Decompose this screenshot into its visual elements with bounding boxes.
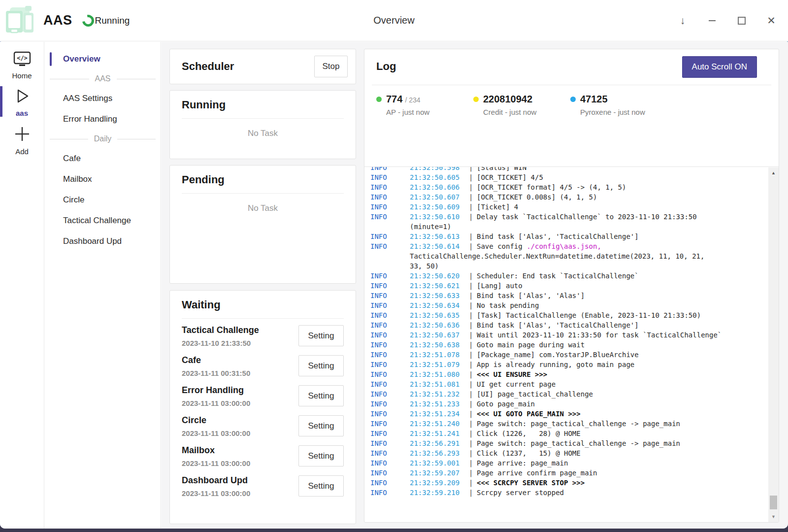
nav-item-overview[interactable]: Overview <box>45 49 161 69</box>
log-timestamp: 21:32:51.234 <box>410 409 469 419</box>
maximize-icon[interactable] <box>735 14 749 28</box>
log-entry: INFO21:32:50.606|[OCR_TICKET format] 4/5… <box>370 182 763 192</box>
nav-item-label: Overview <box>63 54 100 64</box>
waiting-task-name: Error Handling <box>182 385 250 396</box>
log-msg-segment: Page arrive: page_main <box>477 459 568 467</box>
dashboard-stats: 774/ 234AP - just now220810942Credit - j… <box>364 85 779 116</box>
stop-button[interactable]: Stop <box>314 56 348 77</box>
log-message: [OCR_TICKET] 4/5 <box>477 173 543 181</box>
main-area: Scheduler Stop Running No Task Pending N… <box>162 42 788 529</box>
app-window: AAS Running Overview ↓ ✕ </> Home <box>0 0 788 529</box>
log-entry: INFO21:32:50.613|Bind task ['Alas', 'Tac… <box>370 232 763 241</box>
running-title: Running <box>182 99 344 111</box>
divider <box>182 318 344 319</box>
nav-item-circle[interactable]: Circle <box>45 190 161 210</box>
pending-empty-text: No Task <box>182 203 344 213</box>
nav-sidebar: OverviewAASAAS SettingsError HandlingDai… <box>45 42 161 529</box>
stat-label: AP - just now <box>386 108 429 116</box>
log-entry: INFO21:32:56.291|Page switch: page_tacti… <box>370 438 763 448</box>
log-separator: | <box>469 340 477 350</box>
waiting-task-row: Circle2023-11-11 03:00:00Setting <box>182 415 344 439</box>
log-level: INFO <box>370 192 410 202</box>
log-entry: INFO21:32:50.633|Bind task ['Alas', 'Ala… <box>370 291 763 300</box>
log-message: Page switch: page_tactical_challenge -> … <box>477 439 680 447</box>
nav-item-label: Mailbox <box>63 174 92 184</box>
log-level: INFO <box>370 212 410 222</box>
log-separator: | <box>469 478 477 488</box>
log-msg-segment: Goto page_main <box>477 400 535 408</box>
log-message: <<< UI ENSURE >>> <box>477 370 547 378</box>
rail-item-home[interactable]: </> Home <box>0 48 44 84</box>
scrollbar-thumb[interactable] <box>770 496 777 509</box>
log-msg-segment: [OCR_TICKET format] 4/5 -> (4, 1, 5) <box>477 183 626 191</box>
log-timestamp: 21:32:51.241 <box>410 429 469 438</box>
log-timestamp: 21:32:59.210 <box>410 488 469 498</box>
log-entry: INFO21:32:59.207|Page arrive confirm pag… <box>370 468 763 478</box>
auto-scroll-toggle-button[interactable]: Auto Scroll ON <box>682 56 757 78</box>
log-message: [Lang] auto <box>477 282 523 290</box>
task-setting-button[interactable]: Setting <box>298 475 344 497</box>
waiting-task-name: Circle <box>182 415 250 426</box>
log-message: [Status] WIN <box>477 166 526 171</box>
window-controls: ↓ ✕ <box>676 0 778 41</box>
minimize-to-tray-icon[interactable]: ↓ <box>676 14 690 28</box>
log-level: INFO <box>370 458 410 468</box>
log-separator: | <box>469 212 477 222</box>
task-setting-button[interactable]: Setting <box>298 355 344 376</box>
pending-card: Pending No Task <box>169 165 356 284</box>
nav-item-dashboard-upd[interactable]: Dashboard Upd <box>45 231 161 252</box>
log-entry: INFO21:32:50.621|[Lang] auto <box>370 281 763 291</box>
divider <box>182 118 344 119</box>
log-msg-segment: <<< SCRCPY SERVER STOP >>> <box>477 479 585 487</box>
nav-section-label: AAS <box>95 74 111 83</box>
nav-item-cafe[interactable]: Cafe <box>45 148 161 169</box>
divider-line <box>50 139 88 139</box>
dashboard-stat: 47125Pyroxene - just now <box>570 94 667 116</box>
nav-item-label: Tactical Challenge <box>63 216 131 226</box>
nav-item-label: Circle <box>63 195 84 205</box>
log-level: INFO <box>370 438 410 448</box>
scrollbar-up-icon[interactable]: ▲ <box>768 170 779 175</box>
log-timestamp: 21:32:59.207 <box>410 468 469 478</box>
scheduler-title: Scheduler <box>182 60 234 73</box>
log-timestamp: 21:32:51.081 <box>410 379 469 389</box>
nav-item-label: Dashboard Upd <box>63 236 122 246</box>
task-setting-button[interactable]: Setting <box>298 445 344 466</box>
log-timestamp: 21:32:51.080 <box>410 369 469 379</box>
log-entry: INFO21:32:51.081|UI get current page <box>370 379 763 389</box>
nav-item-error-handling[interactable]: Error Handling <box>45 109 161 130</box>
minimize-icon[interactable] <box>705 14 719 28</box>
log-level: INFO <box>370 429 410 438</box>
log-scrollbar[interactable]: ▲ ▼ <box>768 167 779 522</box>
log-console[interactable]: INFO21:32:50.598|[Status] WININFO21:32:5… <box>364 166 779 522</box>
close-icon[interactable]: ✕ <box>764 14 778 28</box>
divider <box>182 193 344 194</box>
waiting-task-name: Tactical Challenge <box>182 325 259 335</box>
log-message: Scheduler: End task `TacticalChallenge` <box>477 272 639 280</box>
log-msg-segment: [OCR_TICKET] 4/5 <box>477 173 543 181</box>
log-entry: INFO21:32:59.209|<<< SCRCPY SERVER STOP … <box>370 478 763 488</box>
log-message: UI get current page <box>477 380 556 388</box>
nav-item-tactical-challenge[interactable]: Tactical Challenge <box>45 210 161 231</box>
log-timestamp: 21:32:50.598 <box>410 166 469 172</box>
log-level: INFO <box>370 320 410 330</box>
rail-item-aas[interactable]: aas <box>0 84 44 122</box>
task-setting-button[interactable]: Setting <box>298 415 344 436</box>
log-message: <<< SCRCPY SERVER STOP >>> <box>477 479 585 487</box>
task-setting-button[interactable]: Setting <box>298 325 344 346</box>
log-timestamp: 21:32:50.621 <box>410 281 469 291</box>
code-monitor-icon: </> <box>13 51 32 69</box>
log-separator: | <box>469 488 477 498</box>
log-separator: | <box>469 419 477 429</box>
scrollbar-down-icon[interactable]: ▼ <box>768 514 779 519</box>
nav-item-aas-settings[interactable]: AAS Settings <box>45 88 161 109</box>
task-setting-button[interactable]: Setting <box>298 385 344 406</box>
stat-value: 774 <box>386 94 402 104</box>
rail-item-add[interactable]: Add <box>0 122 44 160</box>
log-entry: INFO21:32:51.080|<<< UI ENSURE >>> <box>370 369 763 379</box>
stat-value: 47125 <box>580 94 608 104</box>
nav-item-mailbox[interactable]: Mailbox <box>45 169 161 190</box>
log-message: Page arrive: page_main <box>477 459 568 467</box>
log-separator: | <box>469 468 477 478</box>
log-timestamp: 21:32:50.633 <box>410 291 469 300</box>
